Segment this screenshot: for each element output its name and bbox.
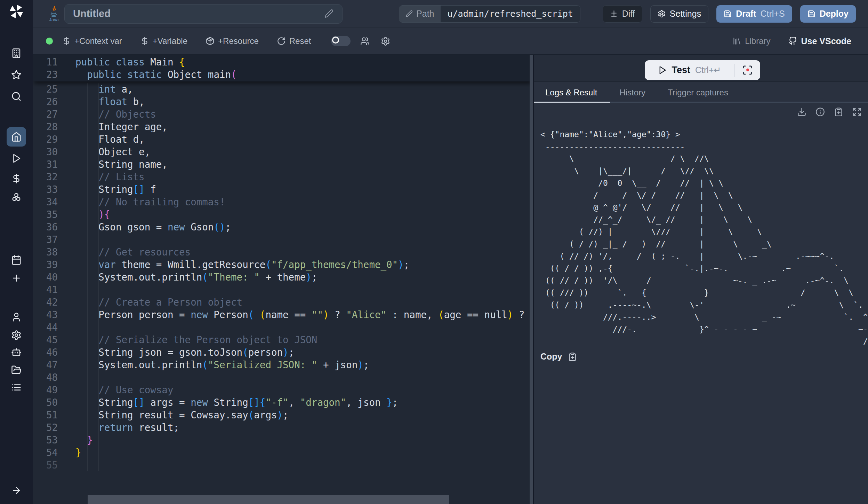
line-number: 47 xyxy=(33,359,58,371)
code-line: 11public class Main { xyxy=(33,56,533,68)
code-line: 37 xyxy=(33,233,533,246)
run-header: Test Ctrl+↵ xyxy=(534,55,868,82)
sidebar-item-search[interactable] xyxy=(7,87,26,106)
sidebar-item-settings[interactable] xyxy=(7,325,26,345)
sidebar-item-building[interactable] xyxy=(7,44,26,63)
code-line: 28 Integer age, xyxy=(33,120,533,133)
capture-trigger-button[interactable] xyxy=(734,65,760,76)
sidebar-item-bot[interactable] xyxy=(7,343,26,362)
code-line: 47 System.out.println("Serialized JSON: … xyxy=(33,359,533,371)
line-number: 43 xyxy=(33,308,58,321)
diff-button[interactable]: Diff xyxy=(603,5,642,23)
topbar: Java Path u/admin/refreshed_script Diff … xyxy=(33,0,868,28)
sidebar-item-dollar[interactable] xyxy=(7,169,26,188)
draft-button[interactable]: Draft Ctrl+S xyxy=(716,5,792,23)
tab-logs-result[interactable]: Logs & Result xyxy=(534,82,608,103)
code-line: 51 String result = Cowsay.say(args); xyxy=(33,409,533,421)
script-title-field[interactable] xyxy=(64,4,343,24)
github-icon xyxy=(788,37,797,46)
code-line: 42 // Create a Person object xyxy=(33,296,533,308)
line-number: 53 xyxy=(33,434,58,446)
sidebar-item-star[interactable] xyxy=(7,65,26,85)
toolbar-library-button[interactable]: Library xyxy=(732,36,770,46)
sidebar-item-calendar[interactable] xyxy=(7,250,26,270)
code-line: 53 } xyxy=(33,434,533,446)
sidebar xyxy=(0,0,33,504)
test-label: Test xyxy=(672,65,691,76)
sidebar-item-list[interactable] xyxy=(7,378,26,397)
line-number: 51 xyxy=(33,409,58,421)
line-number: 32 xyxy=(33,171,58,183)
toolbar-users-button[interactable] xyxy=(360,37,370,46)
play-icon xyxy=(11,153,22,164)
toolbar-resource-button[interactable]: +Resource xyxy=(206,36,259,46)
line-number: 40 xyxy=(33,271,58,283)
settings-icon xyxy=(11,330,22,340)
script-title-input[interactable] xyxy=(64,4,343,24)
script-path-value[interactable]: u/admin/refreshed_script xyxy=(441,6,580,22)
windmill-logo-icon[interactable] xyxy=(8,3,24,19)
toolbar-gear-button[interactable] xyxy=(381,37,390,46)
save-icon xyxy=(724,10,732,18)
home-icon xyxy=(11,132,22,142)
line-number: 37 xyxy=(33,233,58,246)
library-icon xyxy=(732,37,741,46)
code-line: 38 // Get resources xyxy=(33,246,533,258)
code-line: 29 Float d, xyxy=(33,133,533,145)
line-number: 33 xyxy=(33,183,58,196)
calendar-icon xyxy=(11,255,22,265)
toolbar-contextvar-button[interactable]: +Context var xyxy=(62,36,122,46)
save-icon xyxy=(807,10,815,18)
code-line: 30 Object e, xyxy=(33,145,533,158)
gear-icon xyxy=(381,37,390,46)
copy-result-button[interactable]: Copy xyxy=(540,352,577,362)
line-number: 41 xyxy=(33,283,58,296)
script-path-control[interactable]: Path u/admin/refreshed_script xyxy=(399,5,580,23)
tab-history[interactable]: History xyxy=(608,82,657,103)
sidebar-item-folder-open[interactable] xyxy=(7,360,26,380)
settings-button[interactable]: Settings xyxy=(650,5,708,23)
windmill-script-editor: Java Path u/admin/refreshed_script Diff … xyxy=(0,0,868,504)
path-label: Path xyxy=(399,6,440,22)
code-editor[interactable]: 25 int a,26 float b,27 // Objects28 Inte… xyxy=(33,55,533,504)
diff-mode-toggle[interactable] xyxy=(331,36,351,46)
sticky-scroll-lines: 11public class Main {23 public static Ob… xyxy=(33,55,533,81)
sidebar-divider xyxy=(0,116,33,116)
sidebar-item-plus[interactable] xyxy=(7,268,26,288)
code-line: 34 // No trailing commas! xyxy=(33,196,533,208)
code-line: 35 ){ xyxy=(33,208,533,221)
run-panel-tabs: Logs & ResultHistoryTrigger captures xyxy=(534,82,868,103)
line-number: 25 xyxy=(33,83,58,95)
editor-toolbar: +Context var+Variable+ResourceReset Libr… xyxy=(33,28,868,55)
diff-icon xyxy=(610,10,618,18)
line-number: 11 xyxy=(33,56,58,68)
panel-splitter[interactable] xyxy=(533,55,534,504)
toolbar-use-vscode-button[interactable]: Use VScode xyxy=(788,36,851,46)
sidebar-item-home[interactable] xyxy=(7,127,26,147)
dollar-icon xyxy=(140,37,149,46)
sidebar-item-boxes[interactable] xyxy=(7,187,26,207)
code-line: 45 // Serialize the Person object to JSO… xyxy=(33,333,533,346)
scan-record-icon xyxy=(742,65,753,76)
building-icon xyxy=(11,48,22,58)
deploy-button[interactable]: Deploy xyxy=(800,5,856,23)
code-line: 54} xyxy=(33,446,533,459)
horizontal-scrollbar[interactable] xyxy=(88,495,449,504)
tab-trigger-captures[interactable]: Trigger captures xyxy=(657,82,739,103)
code-line: 50 String[] args = new String[]{"-f", "d… xyxy=(33,396,533,409)
copy-label: Copy xyxy=(540,352,562,362)
vertical-scrollbar[interactable] xyxy=(530,55,533,504)
test-run-button[interactable]: Test Ctrl+↵ xyxy=(645,60,760,80)
toolbar-variable-button[interactable]: +Variable xyxy=(140,36,187,46)
sidebar-item-arrow-right[interactable] xyxy=(7,481,26,500)
code-line: 49 // Use cowsay xyxy=(33,384,533,396)
sidebar-item-user[interactable] xyxy=(7,307,26,327)
sidebar-item-play[interactable] xyxy=(7,149,26,168)
list-icon xyxy=(11,382,22,393)
edit-title-pencil-icon[interactable] xyxy=(324,9,333,18)
draft-shortcut: Ctrl+S xyxy=(760,9,785,19)
test-shortcut: Ctrl+↵ xyxy=(695,65,721,75)
folder-open-icon xyxy=(11,365,22,375)
clipboard-copy-icon xyxy=(834,107,843,117)
toolbar-reset-button[interactable]: Reset xyxy=(277,36,311,46)
